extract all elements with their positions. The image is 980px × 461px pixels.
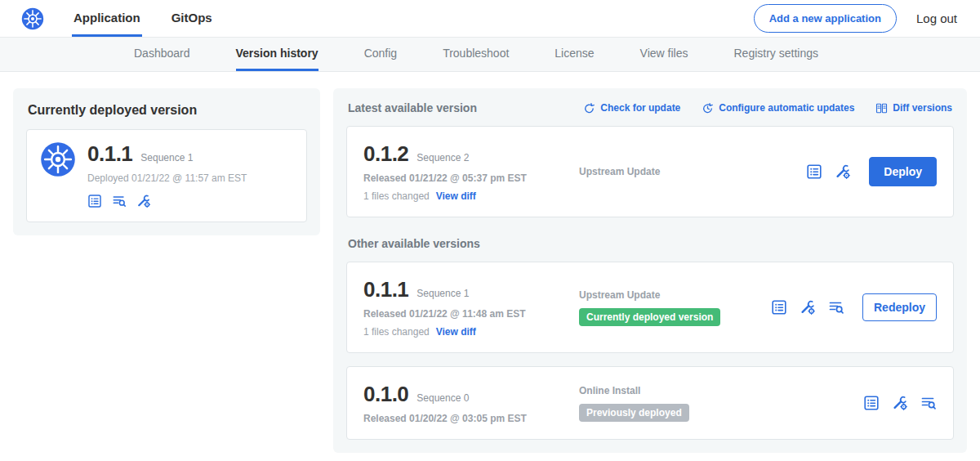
view-files-icon[interactable] [828,299,844,316]
version-source-label: Upstream Update [579,289,771,301]
configure-automatic-updates-link[interactable]: Configure automatic updates [702,102,854,114]
tab-gitops[interactable]: GitOps [170,0,214,37]
diff-versions-link[interactable]: Diff versions [875,102,952,114]
preflight-checks-icon[interactable] [771,299,787,316]
version-number: 0.1.0 [363,382,408,407]
edit-config-icon[interactable] [892,395,908,411]
tab-application[interactable]: Application [72,0,142,37]
edit-config-icon[interactable] [800,299,816,316]
deployed-version-card: 0.1.1 Sequence 1 Deployed 01/21/22 @ 11:… [26,129,307,222]
released-timestamp: Released 01/20/22 @ 03:05 pm EST [363,413,569,424]
currently-deployed-badge: Currently deployed version [579,308,720,326]
edit-config-icon[interactable] [136,194,151,208]
deployed-sequence-label: Sequence 1 [140,152,193,163]
deployed-panel-title: Currently deployed version [28,103,305,118]
deploy-button[interactable]: Deploy [869,157,937,186]
subnav-item-version-history[interactable]: Version history [236,38,318,71]
other-versions-heading: Other available versions [348,237,952,250]
sequence-label: Sequence 2 [416,152,469,163]
version-row: 0.1.0 Sequence 0 Released 01/20/22 @ 03:… [346,366,954,440]
subnav-item-config[interactable]: Config [364,38,397,71]
deployed-version-number: 0.1.1 [87,141,132,167]
app-logo [21,0,44,37]
redeploy-button[interactable]: Redeploy [862,293,937,321]
available-versions-panel: Latest available version Check for updat… [333,88,967,453]
released-timestamp: Released 01/21/22 @ 05:37 pm EST [363,172,569,184]
sequence-label: Sequence 0 [416,392,469,404]
version-row-latest: 0.1.2 Sequence 2 Released 01/21/22 @ 05:… [346,126,954,217]
preflight-checks-icon[interactable] [863,395,880,411]
view-files-icon[interactable] [112,194,127,208]
version-source-label: Upstream Update [579,166,806,177]
subnav-item-registry-settings[interactable]: Registry settings [733,38,817,71]
preflight-checks-icon[interactable] [806,163,822,180]
subnav-item-view-files[interactable]: View files [640,38,688,71]
logout-link[interactable]: Log out [916,11,957,25]
kubernetes-logo-icon [21,7,44,30]
released-timestamp: Released 01/21/22 @ 11:48 am EST [363,308,569,320]
check-for-update-label: Check for update [600,102,680,114]
version-number: 0.1.2 [363,141,408,167]
files-changed-label: 1 files changed [363,190,430,202]
auto-update-icon [702,102,714,114]
refresh-icon [583,102,595,114]
currently-deployed-panel: Currently deployed version 0.1.1 Sequenc… [13,88,320,235]
version-row: 0.1.1 Sequence 1 Released 01/21/22 @ 11:… [346,262,954,353]
files-changed-label: 1 files changed [363,326,430,338]
subnav-item-license[interactable]: License [555,38,594,71]
preflight-checks-icon[interactable] [87,194,102,208]
check-for-update-link[interactable]: Check for update [583,102,680,114]
edit-config-icon[interactable] [835,163,851,180]
add-application-button[interactable]: Add a new application [754,4,897,33]
version-history-page: Currently deployed version 0.1.1 Sequenc… [0,72,980,461]
version-source-label: Online Install [579,385,863,396]
subnav-item-dashboard[interactable]: Dashboard [134,38,190,71]
view-diff-link[interactable]: View diff [436,190,476,202]
deployed-timestamp: Deployed 01/21/22 @ 11:57 am EST [87,172,247,184]
view-diff-link[interactable]: View diff [436,326,476,338]
sequence-label: Sequence 1 [416,288,469,299]
app-subnav: Dashboard Version history Config Trouble… [0,38,980,72]
configure-automatic-updates-label: Configure automatic updates [719,102,854,114]
latest-version-heading: Latest available version [348,101,477,114]
diff-versions-label: Diff versions [893,102,952,114]
top-bar: Application GitOps Add a new application… [0,0,980,38]
subnav-item-troubleshoot[interactable]: Troubleshoot [443,38,509,71]
view-files-icon[interactable] [920,395,937,411]
previously-deployed-badge: Previously deployed [579,404,689,422]
version-number: 0.1.1 [363,277,408,302]
app-icon [40,141,76,208]
diff-icon [875,102,888,114]
kubernetes-logo-icon [40,141,76,177]
